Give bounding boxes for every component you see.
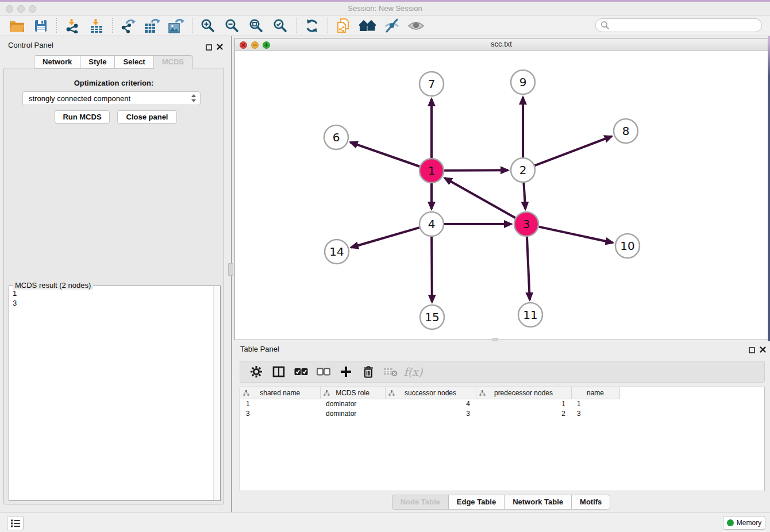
toolbar-separator [56, 18, 57, 34]
table-cell[interactable]: 1 [476, 399, 571, 408]
table-cell[interactable]: 1 [571, 399, 619, 408]
tab-network[interactable]: Network [34, 55, 80, 69]
import-network-icon[interactable] [64, 17, 81, 34]
column-header-label: shared name [260, 389, 300, 397]
add-column-icon[interactable] [338, 364, 354, 380]
column-header[interactable]: shared name [240, 387, 320, 399]
table-cell[interactable]: 3 [240, 408, 320, 418]
mac-minimize-button[interactable] [17, 5, 25, 13]
search-input[interactable] [613, 21, 761, 30]
status-bar: Memory [0, 512, 770, 532]
table-cell[interactable]: dominator [320, 399, 385, 408]
graph-edge[interactable] [539, 227, 613, 243]
close-panel-button[interactable]: Close panel [117, 110, 177, 124]
network-canvas[interactable]: 7968124314101511 [235, 51, 768, 340]
result-scrollbar[interactable] [213, 286, 220, 500]
clone-network-icon[interactable] [335, 17, 352, 34]
column-header[interactable]: name [571, 387, 619, 399]
tab-motifs[interactable]: Motifs [571, 495, 610, 510]
table-cell[interactable]: 4 [385, 399, 476, 408]
optimization-dropdown[interactable]: strongly connected component [22, 91, 201, 105]
task-history-button[interactable] [7, 516, 24, 530]
graph-edge[interactable] [432, 237, 432, 302]
save-session-icon[interactable] [32, 17, 49, 34]
export-image-icon[interactable] [168, 17, 185, 34]
graph-edge[interactable] [523, 183, 525, 209]
run-mcds-button[interactable]: Run MCDS [55, 110, 110, 124]
refresh-icon[interactable] [303, 17, 321, 34]
delete-table-icon[interactable] [383, 364, 399, 380]
vertical-splitter-handle[interactable] [228, 263, 233, 276]
show-all-icon[interactable] [407, 17, 425, 34]
hide-selected-icon[interactable] [383, 17, 401, 34]
import-table-icon[interactable] [88, 17, 105, 34]
maximize-window-icon[interactable] [263, 41, 270, 48]
graph-node-label: 11 [523, 308, 537, 322]
tab-edge-table[interactable]: Edge Table [448, 495, 505, 510]
table-toolbar: f(x) [240, 361, 765, 383]
table-row[interactable]: 1dominator411 [240, 399, 619, 408]
zoom-selected-icon[interactable] [272, 17, 289, 34]
column-header[interactable]: successor nodes [385, 387, 476, 399]
network-file-title: scc.txt [235, 38, 768, 50]
table-cell[interactable]: 3 [385, 408, 476, 418]
close-window-icon[interactable] [240, 41, 247, 48]
network-window-titlebar[interactable]: scc.txt [235, 38, 768, 51]
graph-node-label: 7 [428, 77, 436, 91]
tab-network-table[interactable]: Network Table [504, 495, 572, 510]
column-type-icon [243, 390, 249, 396]
table-cell[interactable]: 1 [240, 399, 320, 408]
graph-node-label: 4 [428, 217, 436, 231]
deselect-all-icon[interactable] [315, 364, 332, 380]
tab-select[interactable]: Select [114, 55, 153, 69]
graph-node-label: 8 [622, 124, 630, 138]
table-cell[interactable]: dominator [320, 408, 385, 418]
zoom-in-icon[interactable] [199, 17, 217, 34]
close-panel-icon[interactable] [217, 42, 223, 52]
export-table-icon[interactable] [144, 17, 161, 34]
column-layout-icon[interactable] [271, 364, 287, 380]
graph-edge[interactable] [445, 178, 515, 218]
table-cell[interactable]: 3 [571, 408, 619, 418]
mcds-result-text: 1 3 [13, 288, 17, 308]
minimize-window-icon[interactable] [251, 41, 259, 48]
network-graph: 7968124314101511 [235, 51, 768, 340]
float-table-panel-icon[interactable] [749, 345, 755, 356]
table-cell[interactable]: 2 [476, 408, 571, 418]
column-header[interactable]: predecessor nodes [476, 387, 571, 399]
graph-edge[interactable] [351, 228, 419, 248]
search-icon [600, 21, 610, 30]
open-session-icon[interactable] [8, 17, 25, 34]
table-panel: Table Panel f(x) shared [232, 341, 770, 512]
first-neighbors-icon[interactable] [359, 17, 376, 34]
window-title: Session: New Session [0, 2, 770, 16]
node-table[interactable]: shared nameMCDS rolesuccessor nodesprede… [240, 387, 765, 491]
tab-mcds[interactable]: MCDS [153, 55, 192, 69]
function-builder-icon[interactable]: f(x) [405, 364, 421, 380]
table-row[interactable]: 3dominator323 [240, 408, 619, 418]
tab-node-table[interactable]: Node Table [392, 495, 449, 510]
column-header[interactable]: MCDS role [320, 387, 385, 399]
tab-style[interactable]: Style [80, 55, 115, 69]
toolbar-separator [192, 18, 192, 34]
graph-edge[interactable] [351, 142, 420, 167]
zoom-out-icon[interactable] [224, 17, 241, 34]
float-panel-icon[interactable] [206, 43, 212, 53]
select-all-checked-icon[interactable] [293, 364, 309, 380]
export-network-icon[interactable] [120, 17, 137, 34]
settings-gear-icon[interactable] [248, 364, 264, 380]
graph-node-label: 3 [523, 217, 530, 231]
control-panel: Control Panel Network Style Select MCDS … [0, 36, 226, 512]
graph-node-label: 14 [329, 245, 344, 259]
delete-column-icon[interactable] [360, 364, 376, 380]
search-box[interactable] [595, 18, 762, 32]
mac-zoom-button[interactable] [29, 5, 36, 13]
close-table-panel-icon[interactable] [760, 345, 766, 355]
graph-edge[interactable] [535, 136, 612, 165]
graph-edge[interactable] [444, 170, 508, 171]
column-type-icon [324, 390, 330, 396]
zoom-fit-icon[interactable] [248, 17, 265, 34]
memory-button[interactable]: Memory [723, 516, 765, 530]
mac-close-button[interactable] [6, 5, 13, 13]
graph-edge[interactable] [527, 237, 530, 300]
